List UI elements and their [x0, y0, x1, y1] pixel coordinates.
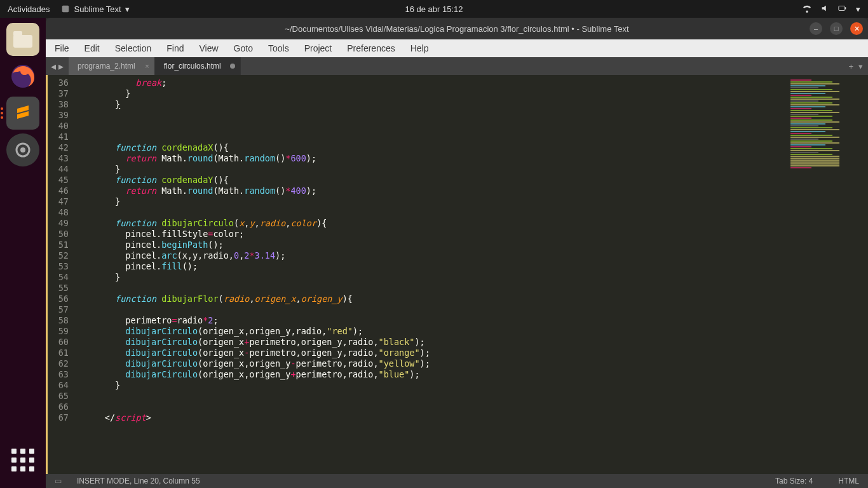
- tab-label: flor_circulos.html: [164, 62, 221, 71]
- menu-find[interactable]: Find: [166, 43, 184, 53]
- statusbar: ▭ INSERT MODE, Line 20, Column 55 Tab Si…: [46, 474, 868, 488]
- menu-project[interactable]: Project: [304, 43, 332, 53]
- close-icon[interactable]: ×: [145, 62, 149, 70]
- status-tabsize[interactable]: Tab Size: 4: [775, 477, 813, 485]
- svg-rect-0: [62, 6, 69, 13]
- tab-label: programa_2.html: [78, 62, 135, 71]
- clock[interactable]: 16 de abr 15:12: [405, 4, 463, 14]
- tab-flor-circulos[interactable]: flor_circulos.html: [155, 57, 241, 75]
- line-number-gutter: 36 37 38 39 40 41 42 43 44 45 46 47 48 4…: [46, 75, 74, 474]
- dock-app-files[interactable]: [6, 23, 39, 56]
- dock-app-firefox[interactable]: [6, 60, 39, 93]
- menu-edit[interactable]: Edit: [85, 43, 100, 53]
- window-titlebar[interactable]: ~/Documentos/Ulises Vidal/Materias/Logic…: [46, 18, 868, 39]
- chevron-down-icon[interactable]: ▾: [856, 4, 860, 14]
- gnome-topbar: Actividades Sublime Text ▾ 16 de abr 15:…: [0, 0, 868, 18]
- sublime-icon: [61, 4, 70, 13]
- tabbar: ◂ ▸ programa_2.html × flor_circulos.html…: [46, 57, 868, 75]
- folder-icon: [13, 31, 32, 48]
- dock-app-sublime[interactable]: [6, 97, 39, 130]
- wifi-icon[interactable]: [803, 4, 811, 15]
- ubuntu-dock: [0, 18, 46, 488]
- tab-programa-2[interactable]: programa_2.html ×: [69, 57, 155, 75]
- show-applications-button[interactable]: [6, 444, 39, 477]
- window-title: ~/Documentos/Ulises Vidal/Materias/Logic…: [285, 24, 628, 34]
- menu-selection[interactable]: Selection: [115, 43, 152, 53]
- minimize-button[interactable]: –: [810, 22, 822, 35]
- dock-app-settings[interactable]: [6, 133, 39, 166]
- svg-point-7: [20, 147, 25, 152]
- close-button[interactable]: ✕: [850, 22, 863, 35]
- dirty-indicator-icon: [230, 64, 235, 69]
- svg-rect-3: [13, 35, 32, 48]
- app-menu[interactable]: Sublime Text ▾: [61, 4, 129, 14]
- sublime-window: ~/Documentos/Ulises Vidal/Materias/Logic…: [46, 18, 868, 488]
- activities-button[interactable]: Actividades: [8, 4, 50, 14]
- sublime-icon: [13, 104, 32, 123]
- tab-overflow-icon[interactable]: ▾: [858, 62, 863, 71]
- menu-view[interactable]: View: [200, 43, 219, 53]
- panel-switcher-icon[interactable]: ▭: [55, 477, 62, 485]
- code-area[interactable]: break; } } function cordenadaX(){ return…: [74, 75, 868, 474]
- menubar: File Edit Selection Find View Goto Tools…: [46, 39, 868, 57]
- svg-rect-2: [845, 7, 846, 10]
- gear-icon: [13, 140, 32, 159]
- tab-history-nav[interactable]: ◂ ▸: [46, 57, 69, 75]
- menu-goto[interactable]: Goto: [234, 43, 253, 53]
- status-syntax[interactable]: HTML: [838, 477, 859, 485]
- status-left: INSERT MODE, Line 20, Column 55: [77, 477, 200, 485]
- menu-preferences[interactable]: Preferences: [347, 43, 395, 53]
- editor[interactable]: 36 37 38 39 40 41 42 43 44 45 46 47 48 4…: [46, 75, 868, 474]
- new-tab-button[interactable]: +: [848, 62, 853, 71]
- menu-help[interactable]: Help: [410, 43, 429, 53]
- menu-file[interactable]: File: [55, 43, 69, 53]
- battery-icon[interactable]: [838, 4, 847, 15]
- maximize-button[interactable]: □: [830, 22, 843, 35]
- firefox-icon: [9, 62, 37, 90]
- svg-rect-4: [13, 31, 22, 36]
- svg-rect-1: [839, 6, 845, 10]
- volume-icon[interactable]: [820, 4, 829, 15]
- menu-tools[interactable]: Tools: [268, 43, 289, 53]
- chevron-down-icon: ▾: [125, 4, 130, 14]
